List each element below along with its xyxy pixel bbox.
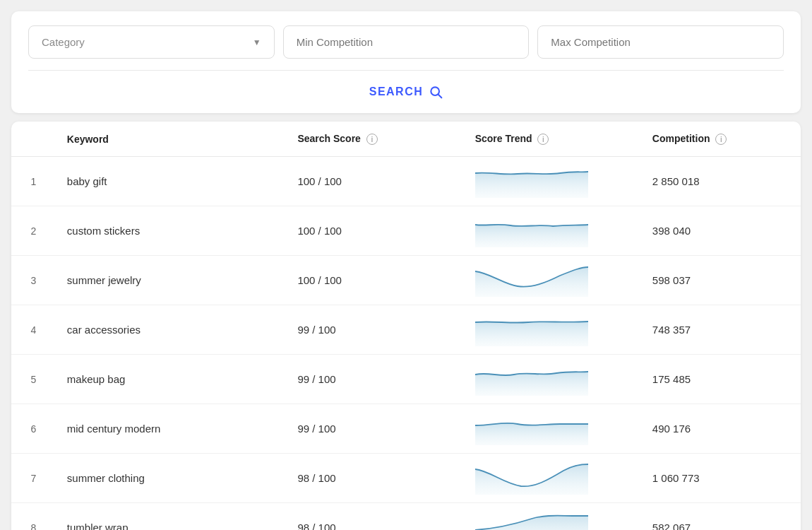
search-score-info-icon[interactable]: i [366,134,378,145]
filter-row: Category ▼ [28,25,784,59]
row-keyword: tumbler wrap [56,503,287,530]
row-trend [464,355,641,404]
trend-sparkline [475,261,588,297]
row-score: 100 / 100 [286,206,463,256]
category-dropdown[interactable]: Category ▼ [28,25,275,59]
row-keyword: summer clothing [56,454,287,503]
category-label: Category [42,36,85,48]
row-keyword: car accessories [56,305,287,355]
row-trend [464,206,641,256]
score-trend-info-icon[interactable]: i [537,134,549,145]
results-table: Keyword Search Score i Score Trend i Com… [11,122,801,530]
row-score: 99 / 100 [286,355,463,404]
min-competition-input[interactable] [283,25,530,59]
trend-sparkline [475,311,588,346]
row-index: 6 [11,404,56,454]
row-score: 98 / 100 [286,503,463,530]
row-keyword: makeup bag [56,355,287,404]
col-keyword: Keyword [56,122,287,157]
col-search-score: Search Score i [286,122,463,157]
row-trend [464,404,641,454]
row-trend [464,503,641,530]
row-score: 100 / 100 [286,256,463,305]
table-header-row: Keyword Search Score i Score Trend i Com… [11,122,801,157]
row-index: 2 [11,206,56,256]
row-keyword: mid century modern [56,404,287,454]
svg-line-1 [438,95,442,98]
col-competition: Competition i [641,122,801,157]
row-score: 99 / 100 [286,404,463,454]
row-competition: 748 357 [641,305,801,355]
search-label: SEARCH [369,86,424,98]
row-keyword: baby gift [56,157,287,206]
row-competition: 598 037 [641,256,801,305]
trend-sparkline [475,459,588,495]
table-row: 7 summer clothing 98 / 100 1 060 773 [11,454,801,503]
table-row: 5 makeup bag 99 / 100 175 485 [11,355,801,404]
results-table-card: Keyword Search Score i Score Trend i Com… [11,122,801,530]
row-competition: 398 040 [641,206,801,256]
col-index [11,122,56,157]
row-score: 99 / 100 [286,305,463,355]
search-button[interactable]: SEARCH [369,85,443,99]
row-index: 3 [11,256,56,305]
row-keyword: summer jewelry [56,256,287,305]
row-competition: 490 176 [641,404,801,454]
filter-card: Category ▼ SEARCH [11,11,801,113]
row-competition: 175 485 [641,355,801,404]
table-row: 6 mid century modern 99 / 100 490 176 [11,404,801,454]
trend-sparkline [475,360,588,396]
competition-info-icon[interactable]: i [715,134,727,145]
trend-sparkline [475,163,588,198]
row-trend [464,454,641,503]
max-competition-input[interactable] [537,25,784,59]
row-competition: 2 850 018 [641,157,801,206]
row-score: 98 / 100 [286,454,463,503]
table-row: 2 custom stickers 100 / 100 398 040 [11,206,801,256]
trend-sparkline [475,410,588,445]
trend-sparkline [475,509,588,530]
trend-sparkline [475,212,588,247]
row-competition: 1 060 773 [641,454,801,503]
row-index: 7 [11,454,56,503]
table-row: 8 tumbler wrap 98 / 100 582 067 [11,503,801,530]
row-index: 1 [11,157,56,206]
search-icon [429,85,443,99]
row-keyword: custom stickers [56,206,287,256]
table-row: 3 summer jewelry 100 / 100 598 037 [11,256,801,305]
row-competition: 582 067 [641,503,801,530]
row-trend [464,305,641,355]
col-score-trend: Score Trend i [464,122,641,157]
row-index: 8 [11,503,56,530]
table-row: 4 car accessories 99 / 100 748 357 [11,305,801,355]
row-index: 5 [11,355,56,404]
row-trend [464,157,641,206]
filter-divider [28,70,784,71]
row-score: 100 / 100 [286,157,463,206]
row-trend [464,256,641,305]
search-row: SEARCH [28,82,784,99]
row-index: 4 [11,305,56,355]
chevron-down-icon: ▼ [253,37,261,47]
table-row: 1 baby gift 100 / 100 2 850 018 [11,157,801,206]
